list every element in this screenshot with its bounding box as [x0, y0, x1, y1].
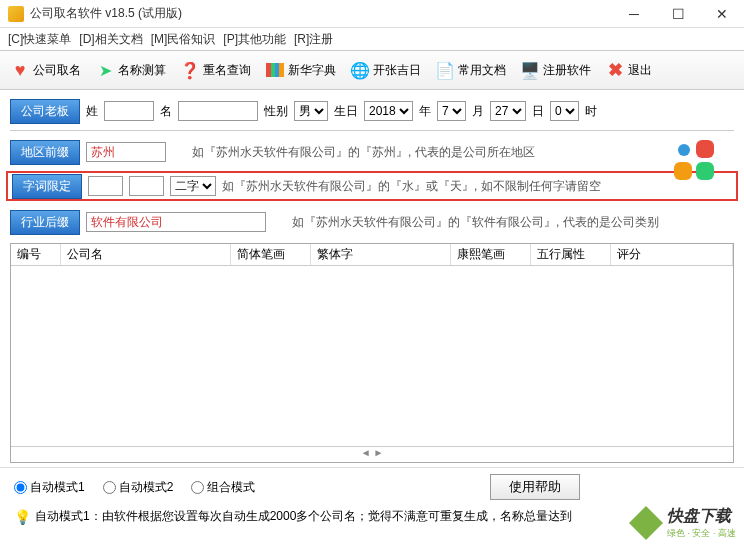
tb-naming[interactable]: ♥公司取名: [6, 58, 85, 82]
tb-exit[interactable]: ✖退出: [601, 58, 656, 82]
menu-folk[interactable]: [M]民俗知识: [151, 31, 216, 48]
question-icon: ❓: [180, 60, 200, 80]
th-score[interactable]: 评分: [611, 244, 733, 265]
th-id[interactable]: 编号: [11, 244, 61, 265]
region-hint: 如『苏州水天软件有限公司』的『苏州』, 代表的是公司所在地区: [192, 144, 535, 161]
owner-button[interactable]: 公司老板: [10, 99, 80, 124]
x-icon: ✖: [605, 60, 625, 80]
given-label: 名: [160, 103, 172, 120]
mode-auto2[interactable]: 自动模式2: [103, 479, 174, 496]
month-select[interactable]: 7: [437, 101, 466, 121]
scrollbar-horizontal[interactable]: ◄ ►: [11, 446, 733, 462]
industry-hint: 如『苏州水天软件有限公司』的『软件有限公司』, 代表的是公司类别: [292, 214, 659, 231]
gender-label: 性别: [264, 103, 288, 120]
minimize-button[interactable]: ─: [612, 0, 656, 27]
globe-icon: 🌐: [350, 60, 370, 80]
document-icon: 📄: [435, 60, 455, 80]
menu-other[interactable]: [P]其他功能: [223, 31, 286, 48]
year-select[interactable]: 2018: [364, 101, 413, 121]
restrict-count-select[interactable]: 二字: [170, 176, 216, 196]
window-title: 公司取名软件 v18.5 (试用版): [30, 5, 612, 22]
given-input[interactable]: [178, 101, 258, 121]
decorative-logo: [674, 140, 724, 190]
table-header: 编号 公司名 简体笔画 繁体字 康熙笔画 五行属性 评分: [11, 244, 733, 266]
mode-row: 自动模式1 自动模式2 组合模式 使用帮助: [0, 467, 744, 506]
computer-icon: 🖥️: [520, 60, 540, 80]
flag-icon: [265, 60, 285, 80]
day-select[interactable]: 27: [490, 101, 526, 121]
app-icon: [8, 6, 24, 22]
watermark-brand: 快盘下载: [667, 506, 736, 527]
restrict-button[interactable]: 字词限定: [12, 174, 82, 199]
industry-row: 行业后缀 如『苏州水天软件有限公司』的『软件有限公司』, 代表的是公司类别: [0, 207, 744, 237]
help-button[interactable]: 使用帮助: [490, 474, 580, 500]
maximize-button[interactable]: ☐: [656, 0, 700, 27]
restrict-input-1[interactable]: [88, 176, 123, 196]
table-body: [11, 266, 733, 446]
industry-button[interactable]: 行业后缀: [10, 210, 80, 235]
owner-row: 公司老板 姓 名 性别 男 生日 2018 年 7 月 27 日 0 时: [0, 96, 744, 126]
th-kangxi[interactable]: 康熙笔画: [451, 244, 531, 265]
th-wuxing[interactable]: 五行属性: [531, 244, 611, 265]
mode-auto1[interactable]: 自动模式1: [14, 479, 85, 496]
menubar: [C]快速菜单 [D]相关文档 [M]民俗知识 [P]其他功能 [R]注册: [0, 28, 744, 50]
toolbar: ♥公司取名 ➤名称测算 ❓重名查询 新华字典 🌐开张吉日 📄常用文档 🖥️注册软…: [0, 50, 744, 90]
tb-dict[interactable]: 新华字典: [261, 58, 340, 82]
watermark-logo: [629, 506, 663, 540]
results-table: 编号 公司名 简体笔画 繁体字 康熙笔画 五行属性 评分 ◄ ►: [10, 243, 734, 463]
close-button[interactable]: ✕: [700, 0, 744, 27]
menu-docs[interactable]: [D]相关文档: [79, 31, 142, 48]
tb-docs[interactable]: 📄常用文档: [431, 58, 510, 82]
tb-name-test[interactable]: ➤名称测算: [91, 58, 170, 82]
th-name[interactable]: 公司名: [61, 244, 231, 265]
titlebar: 公司取名软件 v18.5 (试用版) ─ ☐ ✕: [0, 0, 744, 28]
restrict-input-2[interactable]: [129, 176, 164, 196]
arrow-icon: ➤: [95, 60, 115, 80]
industry-input[interactable]: [86, 212, 266, 232]
region-button[interactable]: 地区前缀: [10, 140, 80, 165]
restrict-row: 字词限定 二字 如『苏州水天软件有限公司』的『水』或『天』, 如不限制任何字请留…: [6, 171, 738, 201]
window-controls: ─ ☐ ✕: [612, 0, 744, 27]
birth-label: 生日: [334, 103, 358, 120]
tb-register[interactable]: 🖥️注册软件: [516, 58, 595, 82]
tb-dup-check[interactable]: ❓重名查询: [176, 58, 255, 82]
watermark-sub: 绿色 · 安全 · 高速: [667, 527, 736, 540]
menu-register[interactable]: [R]注册: [294, 31, 333, 48]
menu-quick[interactable]: [C]快速菜单: [8, 31, 71, 48]
surname-label: 姓: [86, 103, 98, 120]
hour-select[interactable]: 0: [550, 101, 579, 121]
footer-text: 自动模式1：由软件根据您设置每次自动生成2000多个公司名；觉得不满意可重复生成…: [35, 508, 572, 525]
surname-input[interactable]: [104, 101, 154, 121]
mode-combo[interactable]: 组合模式: [191, 479, 255, 496]
region-row: 地区前缀 如『苏州水天软件有限公司』的『苏州』, 代表的是公司所在地区: [0, 137, 744, 167]
tb-open-date[interactable]: 🌐开张吉日: [346, 58, 425, 82]
watermark: 快盘下载 绿色 · 安全 · 高速: [629, 506, 736, 540]
region-input[interactable]: [86, 142, 166, 162]
heart-icon: ♥: [10, 60, 30, 80]
th-simp[interactable]: 简体笔画: [231, 244, 311, 265]
restrict-hint: 如『苏州水天软件有限公司』的『水』或『天』, 如不限制任何字请留空: [222, 178, 601, 195]
th-trad[interactable]: 繁体字: [311, 244, 451, 265]
lightbulb-icon: 💡: [14, 509, 31, 525]
gender-select[interactable]: 男: [294, 101, 328, 121]
